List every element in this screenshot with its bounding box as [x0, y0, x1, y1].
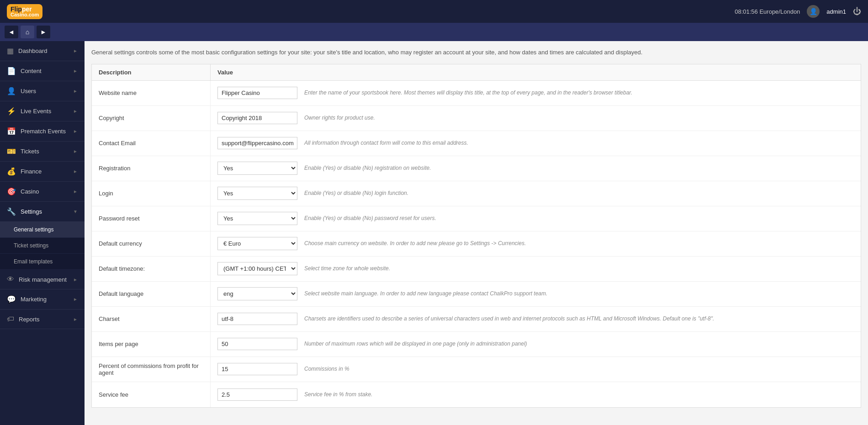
marketing-icon: 💬 — [7, 295, 16, 304]
risk-management-icon: 👁 — [7, 275, 14, 283]
sidebar-item-dashboard[interactable]: ▦ Dashboard ► — [0, 41, 85, 61]
row-hint-registration: Enable (Yes) or disable (No) registratio… — [304, 164, 854, 172]
input-service-fee[interactable] — [217, 388, 297, 401]
chevron-down-icon: ▼ — [73, 209, 78, 214]
chevron-icon: ► — [73, 149, 78, 154]
sidebar-label-finance: Finance — [21, 168, 42, 175]
row-value-default-currency: € Euro$ Dollar£ PoundChoose main currenc… — [211, 233, 861, 254]
sidebar-label-risk: Risk management — [19, 276, 67, 283]
table-row: LoginYesNoEnable (Yes) or disable (No) l… — [92, 181, 861, 206]
username: admin1 — [826, 8, 846, 15]
row-value-registration: YesNoEnable (Yes) or disable (No) regist… — [211, 158, 861, 178]
settings-submenu: General settings Ticket settings Email t… — [0, 222, 85, 270]
input-percent-commissions[interactable] — [217, 363, 297, 375]
chevron-icon: ► — [73, 68, 78, 73]
table-row: Website nameEnter the name of your sport… — [92, 81, 861, 106]
main-layout: ▦ Dashboard ► 📄 Content ► 👤 Users ► ⚡ Li… — [0, 41, 868, 425]
select-default-currency[interactable]: € Euro$ Dollar£ Pound — [217, 237, 297, 250]
logout-icon[interactable]: ⏻ — [853, 7, 861, 16]
sidebar-item-finance[interactable]: 💰 Finance ► — [0, 162, 85, 182]
sidebar-item-live-events[interactable]: ⚡ Live Events ► — [0, 101, 85, 121]
forward-button[interactable]: ► — [37, 26, 50, 38]
row-hint-copyright: Owner rights for product use. — [304, 114, 854, 122]
sidebar-item-content[interactable]: 📄 Content ► — [0, 61, 85, 81]
sidebar-item-tickets[interactable]: 🎫 Tickets ► — [0, 142, 85, 162]
submenu-ticket-settings[interactable]: Ticket settings — [0, 238, 85, 254]
sidebar-item-reports[interactable]: 🏷 Reports ► — [0, 310, 85, 329]
row-label-password-reset: Password reset — [92, 206, 211, 231]
home-button[interactable]: ⌂ — [21, 26, 34, 38]
sidebar-label-casino: Casino — [21, 188, 39, 195]
input-copyright[interactable] — [217, 112, 297, 124]
table-row: Service feeService fee in % from stake. — [92, 382, 861, 407]
row-hint-default-currency: Choose main currency on website. In orde… — [304, 240, 854, 247]
table-row: CopyrightOwner rights for product use. — [92, 106, 861, 131]
row-value-items-per-page: Number of maximum rows which will be dis… — [211, 334, 861, 354]
chevron-icon: ► — [73, 189, 78, 194]
sidebar-label-tickets: Tickets — [21, 148, 39, 155]
row-value-contact-email: All information through contact form wil… — [211, 133, 861, 153]
row-value-default-language: engfradeuSelect website main language. I… — [211, 283, 861, 304]
live-events-icon: ⚡ — [7, 107, 16, 115]
row-label-items-per-page: Items per page — [92, 332, 211, 357]
tickets-icon: 🎫 — [7, 147, 16, 156]
prematch-icon: 📅 — [7, 127, 16, 136]
user-avatar: 👤 — [807, 5, 820, 18]
sidebar-item-users[interactable]: 👤 Users ► — [0, 81, 85, 101]
table-row: Contact EmailAll information through con… — [92, 131, 861, 156]
sidebar-item-settings[interactable]: 🔧 Settings ▼ — [0, 202, 85, 222]
submenu-general-settings[interactable]: General settings — [0, 222, 85, 238]
sidebar-label-marketing: Marketing — [21, 296, 47, 303]
settings-rows: Website nameEnter the name of your sport… — [92, 81, 861, 407]
sidebar-item-prematch-events[interactable]: 📅 Prematch Events ► — [0, 121, 85, 142]
input-website-name[interactable] — [217, 87, 297, 99]
table-row: Default timezone:(GMT +1:00 hours) CET(C… — [92, 257, 861, 282]
row-label-registration: Registration — [92, 156, 211, 181]
row-value-login: YesNoEnable (Yes) or disable (No) login … — [211, 183, 861, 204]
row-label-percent-commissions: Percent of commissions from profit for a… — [92, 357, 211, 382]
select-default-language[interactable]: engfradeu — [217, 287, 297, 300]
content-icon: 📄 — [7, 67, 16, 75]
row-hint-charset: Charsets are identifiers used to describ… — [304, 315, 854, 323]
settings-icon: 🔧 — [7, 207, 16, 216]
reports-icon: 🏷 — [7, 315, 14, 323]
table-row: CharsetCharsets are identifiers used to … — [92, 307, 861, 332]
collapse-sidebar-button[interactable]: ◄ — [5, 26, 18, 38]
select-default-timezone[interactable]: (GMT +1:00 hours) CET(Cent(GMT +0:00 hou… — [217, 262, 297, 275]
sidebar-label-prematch: Prematch Events — [21, 128, 66, 135]
sidebar-item-marketing[interactable]: 💬 Marketing ► — [0, 289, 85, 310]
input-charset[interactable] — [217, 313, 297, 325]
table-row: RegistrationYesNoEnable (Yes) or disable… — [92, 156, 861, 181]
input-contact-email[interactable] — [217, 137, 297, 149]
row-value-default-timezone: (GMT +1:00 hours) CET(Cent(GMT +0:00 hou… — [211, 258, 861, 279]
table-row: Password resetYesNoEnable (Yes) or disab… — [92, 206, 861, 231]
row-value-percent-commissions: Commissions in % — [211, 359, 861, 379]
sidebar-item-risk-management[interactable]: 👁 Risk management ► — [0, 270, 85, 289]
row-hint-items-per-page: Number of maximum rows which will be dis… — [304, 340, 854, 348]
finance-icon: 💰 — [7, 167, 16, 176]
sidebar-label-settings: Settings — [21, 208, 42, 215]
page-description: General settings controls some of the mo… — [91, 48, 861, 57]
row-value-password-reset: YesNoEnable (Yes) or disable (No) passwo… — [211, 208, 861, 229]
row-label-default-language: Default language — [92, 282, 211, 306]
row-hint-default-language: Select website main language. In order t… — [304, 290, 854, 298]
chevron-icon: ► — [73, 169, 78, 174]
sidebar-label-content: Content — [21, 68, 42, 74]
row-label-default-currency: Default currency — [92, 231, 211, 256]
row-value-copyright: Owner rights for product use. — [211, 108, 861, 128]
row-label-login: Login — [92, 181, 211, 206]
col-value: Value — [211, 64, 861, 80]
sidebar-item-casino[interactable]: 🎯 Casino ► — [0, 182, 85, 202]
select-login[interactable]: YesNo — [217, 187, 297, 200]
submenu-email-templates[interactable]: Email templates — [0, 254, 85, 270]
select-password-reset[interactable]: YesNo — [217, 212, 297, 225]
row-hint-website-name: Enter the name of your sportsbook here. … — [304, 89, 854, 97]
input-items-per-page[interactable] — [217, 338, 297, 350]
chevron-icon: ► — [73, 297, 78, 302]
row-hint-contact-email: All information through contact form wil… — [304, 139, 854, 147]
row-hint-default-timezone: Select time zone for whole website. — [304, 265, 854, 273]
header-time: 08:01:56 Europe/London — [735, 8, 800, 15]
sidebar-label-dashboard: Dashboard — [18, 47, 48, 54]
chevron-icon: ► — [73, 129, 78, 134]
select-registration[interactable]: YesNo — [217, 162, 297, 175]
